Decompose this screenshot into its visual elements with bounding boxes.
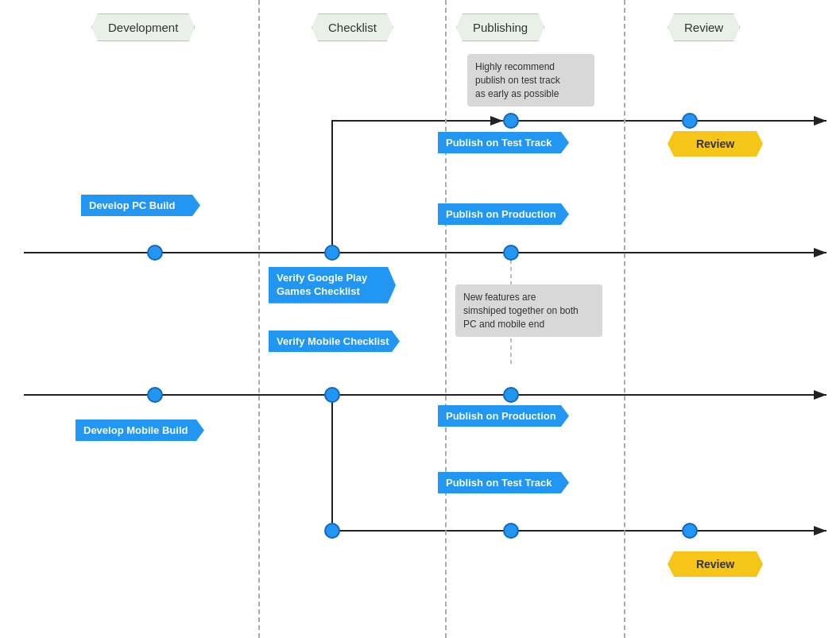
node-n4: [503, 113, 519, 129]
node-n10: [503, 523, 519, 539]
node-n7: [324, 387, 340, 403]
node-n8: [503, 387, 519, 403]
label-verify-google-play: Verify Google PlayGames Checklist: [269, 267, 396, 304]
node-n3: [503, 245, 519, 261]
label-verify-mobile: Verify Mobile Checklist: [269, 331, 400, 352]
label-publish-production-top: Publish on Production: [438, 203, 569, 225]
note-simship: New features aresimshiped together on bo…: [455, 284, 602, 337]
node-n9: [324, 523, 340, 539]
header-review: Review: [668, 14, 740, 41]
divider-1: [258, 0, 260, 638]
node-n5: [682, 113, 698, 129]
divider-2: [445, 0, 447, 638]
label-develop-mobile: Develop Mobile Build: [75, 420, 204, 441]
node-n2: [324, 245, 340, 261]
note-recommend: Highly recommendpublish on test trackas …: [467, 54, 594, 106]
header-publishing: Publishing: [456, 14, 544, 41]
divider-3: [624, 0, 625, 638]
header-checklist: Checklist: [312, 14, 393, 41]
label-publish-production-bottom: Publish on Production: [438, 405, 569, 427]
node-n1: [147, 245, 163, 261]
label-publish-test-track-bottom: Publish on Test Track: [438, 472, 569, 493]
header-development: Development: [91, 14, 195, 41]
label-review-top: Review: [668, 131, 763, 157]
label-publish-test-track-top: Publish on Test Track: [438, 132, 569, 153]
diagram: Development Checklist Publishing Review …: [0, 0, 840, 638]
node-n6: [147, 387, 163, 403]
label-review-bottom: Review: [668, 551, 763, 577]
label-develop-pc: Develop PC Build: [81, 195, 200, 216]
node-n11: [682, 523, 698, 539]
